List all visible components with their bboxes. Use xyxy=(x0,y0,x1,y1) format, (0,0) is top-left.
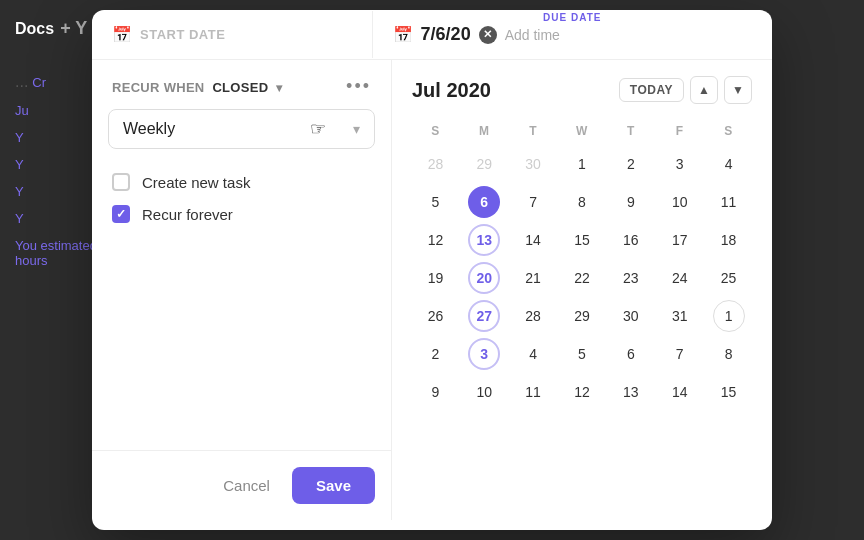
today-button[interactable]: TODAY xyxy=(619,78,684,102)
options-list: Create new task Recur forever xyxy=(92,165,391,231)
calendar-day[interactable]: 7 xyxy=(517,186,549,218)
day-header-mon: M xyxy=(461,120,508,146)
calendar-day[interactable]: 24 xyxy=(664,262,696,294)
calendar-day[interactable]: 4 xyxy=(713,148,745,180)
calendar-day[interactable]: 1 xyxy=(566,148,598,180)
calendar-day[interactable]: 10 xyxy=(468,376,500,408)
create-new-task-option[interactable]: Create new task xyxy=(112,173,371,191)
calendar-day[interactable]: 13 xyxy=(468,224,500,256)
calendar-day[interactable]: 23 xyxy=(615,262,647,294)
recur-chevron-icon[interactable]: ▾ xyxy=(276,81,282,95)
recur-forever-checkbox[interactable] xyxy=(112,205,130,223)
day-header-sun: S xyxy=(412,120,459,146)
create-task-label: Create new task xyxy=(142,174,250,191)
calendar-day[interactable]: 31 xyxy=(664,300,696,332)
modal-overlay: 📅 START DATE DUE DATE 📅 7/6/20 ✕ Add tim… xyxy=(0,0,864,540)
calendar-grid: S M T W T F S xyxy=(412,120,752,146)
calendar-day[interactable]: 14 xyxy=(517,224,549,256)
day-header-fri: F xyxy=(656,120,703,146)
calendar-day[interactable]: 30 xyxy=(517,148,549,180)
calendar-day[interactable]: 17 xyxy=(664,224,696,256)
start-calendar-icon: 📅 xyxy=(112,25,132,44)
frequency-dropdown[interactable]: Weekly ☞ ▾ xyxy=(108,109,375,149)
calendar-day[interactable]: 27 xyxy=(468,300,500,332)
modal-header: 📅 START DATE DUE DATE 📅 7/6/20 ✕ Add tim… xyxy=(92,10,772,60)
modal-footer: Cancel Save xyxy=(92,450,391,520)
calendar-day[interactable]: 29 xyxy=(468,148,500,180)
add-time-label[interactable]: Add time xyxy=(505,27,560,43)
cursor-icon: ☞ xyxy=(310,118,326,140)
calendar-day[interactable]: 13 xyxy=(615,376,647,408)
calendar-day[interactable]: 28 xyxy=(419,148,451,180)
calendar-day[interactable]: 15 xyxy=(713,376,745,408)
calendar-day[interactable]: 9 xyxy=(419,376,451,408)
calendar-day[interactable]: 15 xyxy=(566,224,598,256)
calendar-day[interactable]: 8 xyxy=(713,338,745,370)
calendar-day[interactable]: 11 xyxy=(713,186,745,218)
calendar-day[interactable]: 16 xyxy=(615,224,647,256)
calendar-header: Jul 2020 TODAY ▲ ▼ xyxy=(412,76,752,104)
cancel-button[interactable]: Cancel xyxy=(211,469,282,502)
frequency-chevron-icon: ▾ xyxy=(353,121,360,137)
calendar-day[interactable]: 3 xyxy=(664,148,696,180)
calendar-day[interactable]: 22 xyxy=(566,262,598,294)
calendar-day[interactable]: 18 xyxy=(713,224,745,256)
calendar-day[interactable]: 8 xyxy=(566,186,598,218)
calendar-day[interactable]: 19 xyxy=(419,262,451,294)
start-date-label: START DATE xyxy=(140,27,225,42)
recur-label: RECUR WHEN CLOSED ▾ xyxy=(112,78,283,96)
calendar-day[interactable]: 5 xyxy=(419,186,451,218)
calendar-day[interactable]: 12 xyxy=(566,376,598,408)
calendar-day[interactable]: 12 xyxy=(419,224,451,256)
recur-label-text: RECUR WHEN CLOSED ▾ xyxy=(112,80,283,95)
day-header-thu: T xyxy=(607,120,654,146)
calendar-day[interactable]: 5 xyxy=(566,338,598,370)
calendar-days: 2829301234567891011121314151617181920212… xyxy=(412,146,752,410)
create-task-checkbox[interactable] xyxy=(112,173,130,191)
calendar-month-year: Jul 2020 xyxy=(412,79,491,102)
calendar-day[interactable]: 3 xyxy=(468,338,500,370)
calendar-day[interactable]: 21 xyxy=(517,262,549,294)
calendar-day[interactable]: 7 xyxy=(664,338,696,370)
frequency-value: Weekly xyxy=(123,120,175,138)
left-panel: RECUR WHEN CLOSED ▾ ••• Weekly ☞ ▾ xyxy=(92,60,392,520)
calendar-day[interactable]: 11 xyxy=(517,376,549,408)
recur-header: RECUR WHEN CLOSED ▾ ••• xyxy=(92,60,391,109)
calendar-day[interactable]: 26 xyxy=(419,300,451,332)
calendar-panel: Jul 2020 TODAY ▲ ▼ S M T W T F S xyxy=(392,60,772,520)
calendar-day[interactable]: 6 xyxy=(615,338,647,370)
prev-month-button[interactable]: ▲ xyxy=(690,76,718,104)
day-header-tue: T xyxy=(510,120,557,146)
calendar-day[interactable]: 1 xyxy=(713,300,745,332)
calendar-day[interactable]: 10 xyxy=(664,186,696,218)
next-month-button[interactable]: ▼ xyxy=(724,76,752,104)
recur-forever-option[interactable]: Recur forever xyxy=(112,205,371,223)
modal-dialog: 📅 START DATE DUE DATE 📅 7/6/20 ✕ Add tim… xyxy=(92,10,772,530)
calendar-nav: TODAY ▲ ▼ xyxy=(619,76,752,104)
due-calendar-icon: 📅 xyxy=(393,25,413,44)
calendar-day[interactable]: 14 xyxy=(664,376,696,408)
calendar-day[interactable]: 6 xyxy=(468,186,500,218)
calendar-day[interactable]: 4 xyxy=(517,338,549,370)
calendar-day[interactable]: 20 xyxy=(468,262,500,294)
day-header-wed: W xyxy=(559,120,606,146)
recur-forever-label: Recur forever xyxy=(142,206,233,223)
due-date-top-label: DUE DATE xyxy=(543,12,601,23)
calendar-day[interactable]: 2 xyxy=(615,148,647,180)
due-date-section[interactable]: DUE DATE 📅 7/6/20 ✕ Add time xyxy=(373,10,772,59)
due-date-clear-button[interactable]: ✕ xyxy=(479,26,497,44)
calendar-day[interactable]: 25 xyxy=(713,262,745,294)
calendar-day[interactable]: 30 xyxy=(615,300,647,332)
calendar-day[interactable]: 2 xyxy=(419,338,451,370)
start-date-section[interactable]: 📅 START DATE xyxy=(92,11,373,58)
day-header-sat: S xyxy=(705,120,752,146)
calendar-day[interactable]: 9 xyxy=(615,186,647,218)
modal-body: RECUR WHEN CLOSED ▾ ••• Weekly ☞ ▾ xyxy=(92,60,772,520)
due-date-value: 7/6/20 xyxy=(421,24,471,45)
calendar-day[interactable]: 29 xyxy=(566,300,598,332)
recur-more-button[interactable]: ••• xyxy=(346,76,371,97)
save-button[interactable]: Save xyxy=(292,467,375,504)
calendar-day[interactable]: 28 xyxy=(517,300,549,332)
